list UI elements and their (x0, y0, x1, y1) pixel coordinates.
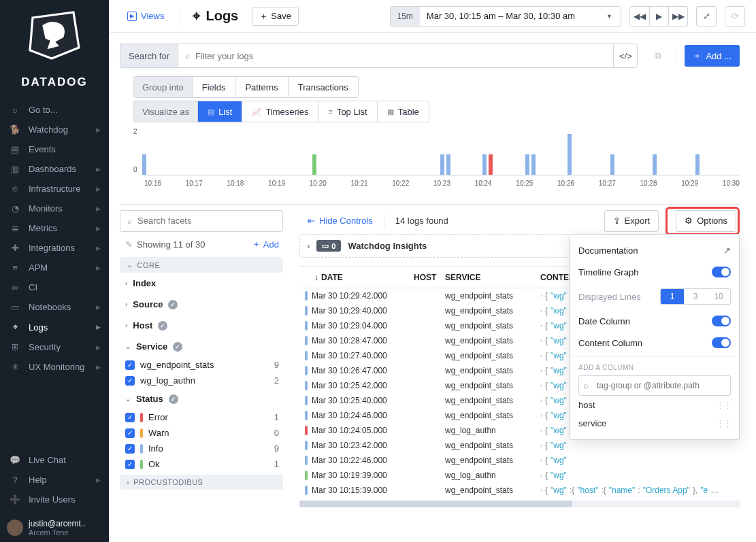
copy-button[interactable]: ⧉ (647, 46, 668, 66)
nav-item-watchdog[interactable]: 🐕Watchdog▶ (0, 120, 109, 139)
facet-source[interactable]: ›Source✓ (120, 294, 283, 315)
nav-item-notebooks[interactable]: ▭Notebooks▶ (0, 297, 109, 317)
facet-group-procustodibus[interactable]: › PROCUSTODIBUS (120, 475, 283, 490)
col-host[interactable]: HOST (414, 273, 445, 282)
zoom-out-button[interactable]: ⤢ (696, 6, 717, 27)
nav-label: Monitors (29, 203, 63, 214)
nav-item-metrics[interactable]: ≣Metrics▶ (0, 218, 109, 238)
facet-search-input[interactable] (137, 216, 276, 226)
nav-item-integrations[interactable]: ✚Integrations▶ (0, 238, 109, 258)
facets-showing: Showing 11 of 30 (137, 239, 205, 250)
add-column-section: ADD A COLUMN ⌕ host⋮⋮service⋮⋮ (570, 356, 739, 433)
chevron-right-icon: ▶ (96, 225, 101, 232)
forward-button[interactable]: ▶▶ (668, 7, 687, 26)
check-icon: ✓ (173, 342, 182, 352)
log-row[interactable]: Mar 30 10:19:39.000wg_log_authn›{"wg" (299, 468, 740, 483)
views-button[interactable]: ▶ Views (120, 7, 171, 25)
options-panel: Documentation↗ Timeline Graph Displayed … (570, 234, 740, 440)
nav-item-ux-monitoring[interactable]: ✳UX Monitoring▶ (0, 357, 109, 377)
drag-handle-icon[interactable]: ⋮⋮ (716, 400, 731, 410)
nav-item-invite-users[interactable]: ➕Invite Users (0, 490, 109, 509)
nav-item-dashboards[interactable]: ▥Dashboards▶ (0, 159, 109, 179)
viz-timeseries[interactable]: 📈Timeseries (242, 101, 318, 122)
facet-value[interactable]: ✓Error1 (120, 409, 283, 425)
group-transactions[interactable]: Transactions (288, 77, 358, 97)
chevron-right-icon: ▶ (96, 344, 101, 351)
options-button[interactable]: ⚙Options (676, 210, 736, 232)
options-date-column: Date Column (570, 310, 739, 332)
add-button[interactable]: ＋Add ... (685, 45, 740, 67)
facet-value[interactable]: ✓Info9 (120, 441, 283, 456)
refresh-button[interactable]: ⟳ (725, 6, 745, 27)
search-input[interactable] (195, 51, 606, 61)
nav-item-events[interactable]: ▤Events (0, 139, 109, 159)
checkbox[interactable]: ✓ (125, 444, 135, 454)
horizontal-scrollbar[interactable] (299, 501, 740, 507)
time-nav-group: ◀◀ ▶ ▶▶ (629, 6, 688, 27)
lines-10[interactable]: 10 (707, 289, 730, 304)
group-fields[interactable]: Fields (192, 77, 235, 97)
nav-item-logs[interactable]: ⌖Logs▶ (0, 317, 109, 337)
toplist-icon: ≡ (328, 107, 332, 116)
nav-item-apm[interactable]: ≡APM▶ (0, 258, 109, 277)
viz-toplist[interactable]: ≡Top List (318, 101, 376, 122)
facet-index[interactable]: ›Index (120, 273, 283, 294)
search-input-wrapper[interactable]: ⌕ (178, 44, 613, 68)
column-item-service[interactable]: service⋮⋮ (578, 414, 731, 433)
checkbox[interactable]: ✓ (125, 460, 135, 469)
query-code-button[interactable]: </> (613, 44, 638, 68)
drag-handle-icon[interactable]: ⋮⋮ (716, 418, 731, 428)
timeline-toggle[interactable] (712, 267, 731, 277)
facet-value[interactable]: ✓Ok1 (120, 456, 283, 472)
lines-3[interactable]: 3 (684, 289, 707, 304)
rewind-button[interactable]: ◀◀ (630, 7, 649, 26)
facet-host[interactable]: ›Host✓ (120, 315, 283, 336)
viz-list[interactable]: ▤List (197, 101, 242, 122)
log-row[interactable]: Mar 30 10:15:39.000wg_endpoint_stats›{"w… (299, 483, 740, 498)
timeline-chart[interactable]: 2 0 10:1610:1710:1810:1910:2010:2110:221… (133, 128, 740, 189)
play-button[interactable]: ▶ (649, 7, 668, 26)
col-service[interactable]: SERVICE (445, 273, 540, 282)
save-button[interactable]: ＋Save (252, 7, 299, 26)
search-icon: ⌕ (127, 216, 132, 226)
options-documentation[interactable]: Documentation↗ (570, 240, 739, 261)
export-button[interactable]: ⇪Export (604, 210, 659, 232)
user-row[interactable]: justin@arcemt.. Arcem Tene (0, 513, 109, 542)
nav-item-go-to-[interactable]: ⌕Go to... (0, 100, 109, 120)
time-preset[interactable]: 15m (391, 7, 420, 26)
nav-item-help[interactable]: ?Help▶ (0, 470, 109, 490)
checkbox[interactable]: ✓ (125, 428, 135, 438)
facet-status[interactable]: ⌄Status✓ (120, 388, 283, 409)
nav-item-ci[interactable]: ∞CI (0, 277, 109, 297)
nav-item-security[interactable]: ⛨Security▶ (0, 337, 109, 357)
facet-value[interactable]: ✓wg_endpoint_stats9 (120, 357, 283, 373)
nav-item-monitors[interactable]: ◔Monitors▶ (0, 199, 109, 218)
col-date[interactable]: ↓DATE (299, 273, 414, 282)
checkbox[interactable]: ✓ (125, 360, 135, 370)
content-toggle[interactable] (712, 337, 731, 348)
avatar (7, 520, 23, 536)
log-row[interactable]: Mar 30 10:22:46.000wg_endpoint_stats›{"w… (299, 453, 740, 468)
viz-table[interactable]: ▦Table (377, 101, 429, 122)
checkbox[interactable]: ✓ (125, 413, 135, 422)
nav-item-infrastructure[interactable]: ⎋Infrastructure▶ (0, 179, 109, 199)
lines-1[interactable]: 1 (661, 289, 684, 304)
facet-service[interactable]: ⌄Service✓ (120, 336, 283, 357)
log-row[interactable]: Mar 30 10:23:42.000wg_endpoint_stats›{"w… (299, 438, 740, 453)
facet-value[interactable]: ✓wg_log_authn2 (120, 373, 283, 388)
nav-label: Integrations (29, 243, 75, 253)
nav-label: CI (29, 282, 37, 292)
date-toggle[interactable] (712, 316, 731, 326)
time-picker[interactable]: 15m Mar 30, 10:15 am – Mar 30, 10:30 am▼ (390, 6, 622, 27)
facet-search[interactable]: ⌕ (120, 210, 283, 232)
add-column-input[interactable] (578, 375, 731, 396)
facet-value[interactable]: ✓Warn0 (120, 425, 283, 441)
hide-controls-button[interactable]: ⇤Hide Controls (308, 216, 373, 226)
group-patterns[interactable]: Patterns (235, 77, 287, 97)
checkbox[interactable]: ✓ (125, 376, 135, 386)
nav-icon: ✚ (8, 243, 22, 253)
nav-item-live-chat[interactable]: 💬Live Chat (0, 450, 109, 470)
column-item-host[interactable]: host⋮⋮ (578, 396, 731, 414)
facet-group-core[interactable]: ⌄ CORE (120, 257, 283, 273)
facet-add-button[interactable]: ＋Add (252, 238, 279, 250)
